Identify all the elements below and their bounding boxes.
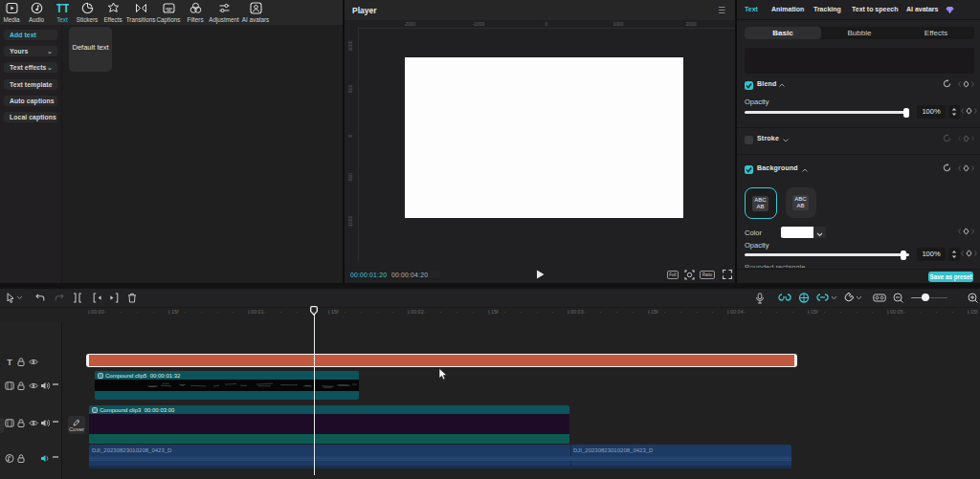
svg-text:T: T	[7, 358, 12, 366]
